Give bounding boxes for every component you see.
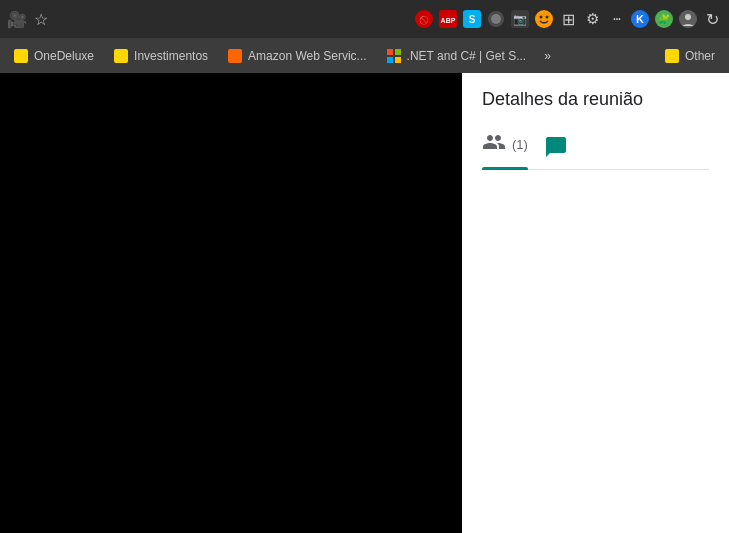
dots-icon[interactable]: ··· bbox=[607, 10, 625, 28]
other-tab-label: Other bbox=[685, 49, 715, 63]
camera2-icon[interactable]: 📷 bbox=[511, 10, 529, 28]
svg-point-7 bbox=[491, 14, 501, 24]
panel-tabs: (1) bbox=[482, 130, 709, 170]
other-tab-favicon bbox=[665, 49, 679, 63]
tab-onedeluxe-favicon bbox=[14, 49, 28, 63]
tab-investimentos-label: Investimentos bbox=[134, 49, 208, 63]
tab-dotnet[interactable]: .NET and C# | Get S... bbox=[377, 42, 537, 70]
extension-icon[interactable]: 🧩 bbox=[655, 10, 673, 28]
circle-icon[interactable] bbox=[487, 10, 505, 28]
svg-rect-19 bbox=[387, 57, 393, 63]
update-icon[interactable]: ↻ bbox=[703, 10, 721, 28]
svg-point-10 bbox=[535, 10, 553, 28]
svg-text:🚫: 🚫 bbox=[419, 15, 429, 25]
svg-rect-17 bbox=[387, 49, 393, 55]
tab-dotnet-favicon bbox=[387, 49, 401, 63]
svg-text:ABP: ABP bbox=[441, 17, 456, 24]
toolbar: 🎥 ☆ 🚫 ABP S bbox=[0, 0, 729, 38]
tab-onedeluxe[interactable]: OneDeluxe bbox=[4, 42, 104, 70]
k-icon[interactable]: K bbox=[631, 10, 649, 28]
tab-aws[interactable]: Amazon Web Servic... bbox=[218, 42, 377, 70]
grid-icon[interactable]: ⊞ bbox=[559, 10, 577, 28]
star-icon[interactable]: ☆ bbox=[32, 10, 50, 28]
profile-icon[interactable] bbox=[679, 10, 697, 28]
svg-text:🧩: 🧩 bbox=[658, 13, 671, 26]
tab-onedeluxe-label: OneDeluxe bbox=[34, 49, 94, 63]
left-panel bbox=[0, 73, 462, 533]
svg-text:📷: 📷 bbox=[513, 12, 527, 26]
right-panel: Detalhes da reunião (1) bbox=[462, 73, 729, 533]
tab-aws-label: Amazon Web Servic... bbox=[248, 49, 367, 63]
chat-tab[interactable] bbox=[544, 135, 568, 169]
svg-point-16 bbox=[685, 14, 691, 20]
participants-count: (1) bbox=[512, 137, 528, 152]
tab-investimentos-favicon bbox=[114, 49, 128, 63]
abp-icon[interactable]: ABP bbox=[439, 10, 457, 28]
participants-tab[interactable]: (1) bbox=[482, 130, 528, 169]
people-icon bbox=[482, 130, 506, 159]
main-area: Detalhes da reunião (1) bbox=[0, 73, 729, 533]
adblock-icon[interactable]: 🚫 bbox=[415, 10, 433, 28]
svg-text:S: S bbox=[469, 14, 476, 25]
emoji-icon[interactable] bbox=[535, 10, 553, 28]
chat-icon bbox=[544, 135, 568, 159]
tab-aws-favicon bbox=[228, 49, 242, 63]
svg-rect-18 bbox=[395, 49, 401, 55]
skype-icon[interactable]: S bbox=[463, 10, 481, 28]
camera-icon[interactable]: 🎥 bbox=[8, 10, 26, 28]
panel-title: Detalhes da reunião bbox=[482, 89, 709, 110]
gear-icon[interactable]: ⚙ bbox=[583, 10, 601, 28]
browser-chrome: 🎥 ☆ 🚫 ABP S bbox=[0, 0, 729, 73]
svg-point-11 bbox=[540, 16, 543, 19]
svg-rect-20 bbox=[395, 57, 401, 63]
tab-bar: OneDeluxe Investimentos Amazon Web Servi… bbox=[0, 38, 729, 73]
tab-investimentos[interactable]: Investimentos bbox=[104, 42, 218, 70]
svg-point-12 bbox=[546, 16, 549, 19]
tab-overflow-button[interactable]: » bbox=[536, 42, 559, 70]
other-tab[interactable]: Other bbox=[655, 42, 725, 70]
tab-dotnet-label: .NET and C# | Get S... bbox=[407, 49, 527, 63]
